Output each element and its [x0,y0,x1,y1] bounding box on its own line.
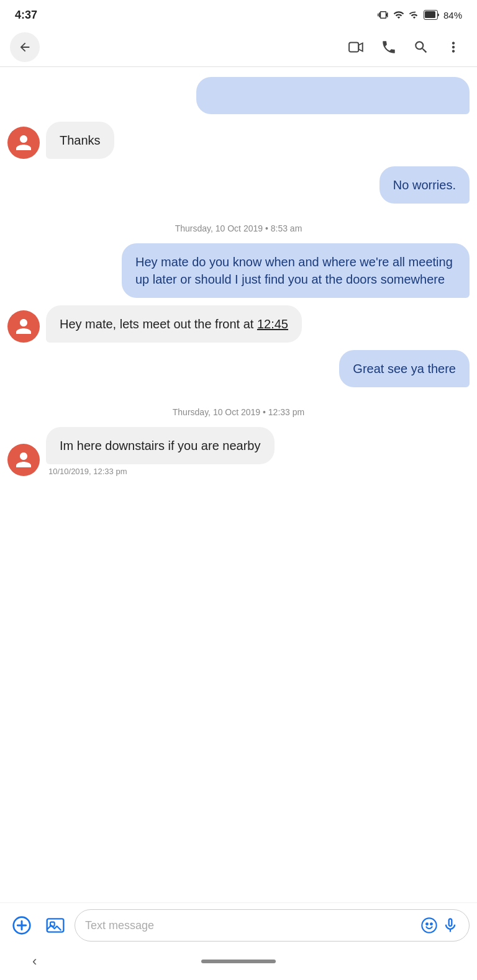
svg-rect-1 [425,11,435,18]
svg-point-6 [422,918,436,932]
battery-icon [424,10,440,20]
message-row [7,77,470,114]
video-call-button[interactable] [343,34,370,61]
time-link[interactable]: 12:45 [257,317,288,331]
message-bubble: No worries. [379,166,470,204]
avatar [7,127,40,159]
signal-icon [409,9,420,20]
wifi-icon [393,9,405,20]
message-bubble [196,77,470,114]
messages-area: Thanks No worries. Thursday, 10 Oct 2019… [0,67,477,902]
nav-bar: ‹ [0,948,477,980]
message-row: Im here downstairs if you are nearby 10/… [7,427,470,476]
phone-call-button[interactable] [375,34,402,61]
message-row: Hey mate do you know when and where we'r… [7,243,470,298]
emoji-icon[interactable] [420,917,438,934]
message-bubble: Great see ya there [339,350,470,387]
message-bubble: Hey mate do you know when and where we'r… [122,243,470,298]
search-button[interactable] [407,34,435,61]
back-button[interactable] [10,32,40,62]
avatar [7,444,40,476]
message-bubble: Hey mate, lets meet out the front at 12:… [46,305,302,343]
nav-back-chevron[interactable]: ‹ [32,953,37,969]
status-time: 4:37 [15,9,37,22]
status-bar: 4:37 84% [0,0,477,27]
voice-icon[interactable] [442,917,459,934]
message-row: Thanks [7,122,470,159]
input-area [0,902,477,948]
text-input-wrap [75,909,470,942]
timestamp-divider: Thursday, 10 Oct 2019 • 8:53 am [7,223,470,233]
message-row: Great see ya there [7,350,470,387]
app-bar-actions [343,34,467,61]
add-button[interactable] [7,911,36,940]
message-input[interactable] [85,919,416,932]
home-indicator [201,960,276,963]
timestamp-divider: Thursday, 10 Oct 2019 • 12:33 pm [7,407,470,417]
more-options-button[interactable] [440,34,467,61]
gallery-button[interactable] [41,911,70,940]
app-bar [0,27,477,67]
message-row: Hey mate, lets meet out the front at 12:… [7,305,470,343]
message-row: No worries. [7,166,470,204]
svg-point-7 [426,923,428,925]
avatar [7,310,40,343]
svg-rect-2 [349,42,358,52]
message-timestamp: 10/10/2019, 12:33 pm [46,467,275,476]
message-bubble: Thanks [46,122,114,159]
status-icons: 84% [378,9,462,20]
input-right-icons [420,917,459,934]
svg-point-8 [430,923,432,925]
vibrate-icon [378,9,389,20]
nav-bar-inner: ‹ [0,945,477,978]
battery-percentage: 84% [443,10,462,20]
message-bubble: Im here downstairs if you are nearby [46,427,275,464]
